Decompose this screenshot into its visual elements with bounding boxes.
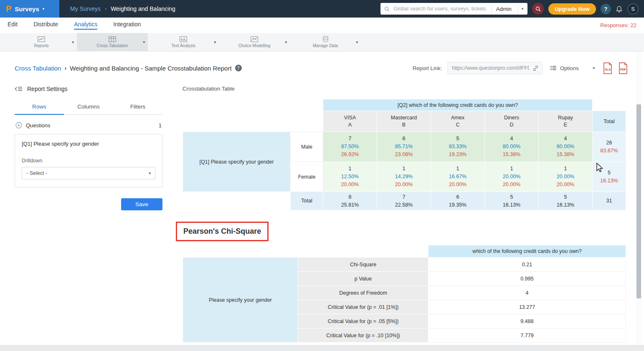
search-input[interactable] — [393, 5, 489, 12]
toolbar-item-label: Reports — [34, 43, 48, 48]
chevron-down-icon: ▾ — [593, 66, 595, 70]
breadcrumb-separator-icon: › — [105, 6, 106, 12]
notifications-bell-icon[interactable] — [616, 5, 623, 13]
save-button[interactable]: Save — [121, 198, 162, 210]
trend-chart-icon — [251, 36, 258, 42]
svg-text:XLS: XLS — [605, 68, 611, 71]
report-title: Weighting and Balancing - Sample Crossta… — [70, 65, 231, 72]
chi-value: 13.277 — [428, 300, 626, 314]
chevron-down-icon[interactable]: ▾ — [143, 40, 145, 44]
crosstab-table: [Q2] which of the following credit cards… — [183, 99, 626, 210]
chi-value: 0.995 — [428, 272, 626, 286]
drilldown-select[interactable]: - Select - ▾ — [22, 167, 155, 179]
list-icon — [550, 66, 556, 71]
toolbar-item-reports[interactable]: Reports ▾ — [6, 33, 77, 51]
column-header: VISAA — [323, 111, 377, 132]
total-cell: 619.35% — [431, 192, 485, 210]
database-icon — [322, 36, 329, 42]
horizontal-scrollbar[interactable] — [0, 345, 644, 351]
total-cell: 516.13% — [539, 192, 593, 210]
help-button[interactable]: ? — [601, 4, 611, 14]
line-chart-icon — [38, 36, 45, 42]
options-dropdown[interactable]: Options ▾ — [548, 62, 597, 74]
search-submit-button[interactable] — [532, 3, 544, 15]
chi-column-header: which of the following credit cards do y… — [428, 245, 626, 258]
vertical-scrollbar — [636, 51, 641, 345]
tab-filters[interactable]: Filters — [113, 99, 162, 115]
search-icon — [384, 6, 390, 12]
chi-metric: Chi-Square — [298, 258, 428, 272]
chevron-down-icon[interactable]: ▾ — [285, 40, 287, 44]
report-url-input[interactable] — [451, 65, 530, 71]
drilldown-label: Drilldown — [22, 158, 155, 164]
toolbar-item-manage-data[interactable]: Manage Data ▾ — [290, 33, 361, 51]
search-icon — [535, 6, 541, 12]
report-breadcrumb: Cross Tabulation › Weighting and Balanci… — [15, 65, 242, 72]
column-header: AmexC — [431, 111, 485, 132]
tab-columns[interactable]: Columns — [64, 99, 113, 115]
total-cell: 722.58% — [377, 192, 431, 210]
report-link-label: Report Link: — [413, 65, 442, 71]
collapse-panel-icon[interactable] — [15, 86, 23, 92]
crosstab-cell: 116.67%20.00% — [431, 162, 485, 192]
crosstab-column-header-row: VISAA MastercardB AmexC DinersD RupayE T… — [183, 111, 626, 132]
bar-chart-icon — [180, 36, 187, 42]
report-main: Crosstabulation Table [Q2] which of the … — [183, 86, 626, 343]
crosstab-total-row: Total 825.81% 722.58% 619.35% 516.13% 51… — [183, 192, 626, 210]
report-header: Cross Tabulation › Weighting and Balanci… — [0, 51, 644, 74]
link-icon[interactable] — [532, 65, 539, 71]
report-help-icon[interactable]: ? — [235, 65, 242, 71]
avatar[interactable]: S — [627, 3, 639, 15]
tab-analytics[interactable]: Analytics — [74, 21, 97, 30]
toolbar-item-label: Cross-Tabulation — [96, 43, 128, 48]
chi-metric: Degrees of Freedom — [298, 286, 428, 300]
total-column-header: Total — [593, 111, 626, 132]
chevron-down-icon[interactable]: ▾ — [214, 40, 216, 44]
export-pdf-button[interactable]: PDF — [618, 62, 628, 74]
crosstab-q2-header: [Q2] which of the following credit cards… — [323, 99, 593, 111]
breadcrumb-my-surveys[interactable]: My Surveys — [70, 5, 101, 12]
chi-square-heading: Pearson's Chi-Square — [183, 227, 261, 235]
scrollbar-thumb[interactable] — [636, 104, 641, 298]
add-question-icon[interactable] — [15, 122, 22, 129]
report-actions: Report Link: Options ▾ XLS PDF — [413, 62, 628, 74]
crosstab-cell: 480.00%15.38% — [485, 132, 539, 162]
crosstab-cell: 112.50%20.00% — [323, 162, 377, 192]
crosstab-cell: 114.29%20.00% — [377, 162, 431, 192]
app-switcher[interactable]: P Surveys ▾ — [0, 0, 59, 18]
column-header: MastercardB — [377, 111, 431, 132]
report-settings-title: Report Settings — [27, 86, 68, 92]
export-xls-button[interactable]: XLS — [603, 62, 613, 74]
toolbar-item-cross-tabulation[interactable]: Cross-Tabulation ▾ — [77, 33, 148, 51]
crosstab-cell: 120.00%20.00% — [485, 162, 539, 192]
questions-row: Questions 1 — [15, 122, 162, 129]
crosstab-cell: 685.71%23.08% — [377, 132, 431, 162]
content-area: Cross Tabulation › Weighting and Balanci… — [0, 51, 644, 345]
chi-value: 7.779 — [428, 328, 626, 343]
drilldown-select-value: - Select - — [26, 170, 47, 176]
search-scope-dropdown[interactable]: Admin — [492, 4, 515, 14]
tab-rows[interactable]: Rows — [15, 99, 64, 115]
toolbar-item-text-analysis[interactable]: Text Analysis ▾ — [148, 33, 219, 51]
crosstab-q2-header-row: [Q2] which of the following credit cards… — [183, 99, 626, 111]
chevron-down-icon[interactable]: ▾ — [518, 5, 525, 13]
toolbar-item-choice-modelling[interactable]: Choice Modelling ▾ — [219, 33, 290, 51]
app-name: Surveys — [15, 5, 39, 13]
tab-integration[interactable]: Integration — [113, 21, 141, 30]
chevron-down-icon: ▾ — [149, 171, 151, 175]
chi-row: Please specify your gender Chi-Square 0.… — [183, 258, 626, 272]
report-link-field — [447, 62, 543, 74]
chi-value: 0.21 — [428, 258, 626, 272]
options-label: Options — [560, 65, 579, 71]
admin-scope-label: Admin — [496, 6, 512, 12]
chevron-down-icon[interactable]: ▾ — [356, 40, 358, 44]
chevron-down-icon[interactable]: ▾ — [72, 40, 74, 44]
cross-tabulation-link[interactable]: Cross Tabulation — [15, 65, 61, 72]
crosstab-row-male: [Q1] Please specify your gender Male 787… — [183, 132, 626, 162]
tab-edit[interactable]: Edit — [8, 21, 18, 30]
topbar-actions: Admin ▾ Upgrade Now ? S — [380, 3, 644, 15]
report-settings-panel: Report Settings Rows Columns Filters Que… — [15, 86, 162, 210]
question-text: [Q1] Please specify your gender — [22, 141, 155, 147]
tab-distribute[interactable]: Distribute — [33, 21, 58, 30]
upgrade-now-button[interactable]: Upgrade Now — [548, 3, 596, 15]
